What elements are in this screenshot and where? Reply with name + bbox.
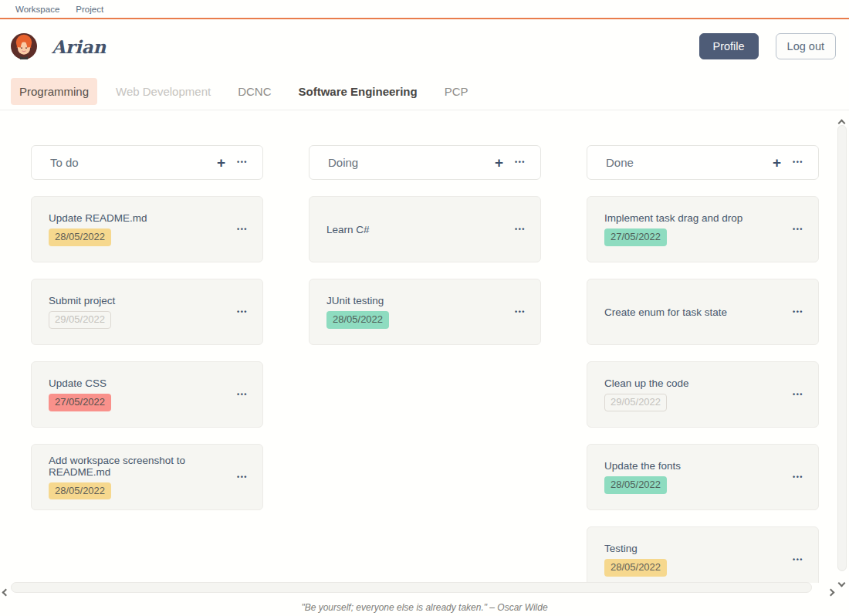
task-body: Add workspace screenshot to README.md 28…	[49, 455, 237, 499]
task-due-date-badge: 28/05/2022	[604, 476, 667, 493]
task-due-date-badge: 28/05/2022	[49, 228, 111, 245]
task-title: Implement task drag and drop	[604, 212, 793, 224]
profile-button[interactable]: Profile	[699, 33, 759, 59]
task-menu-icon[interactable]: •••	[237, 391, 248, 398]
project-tabs: Programming Web Development DCNC Softwar…	[0, 73, 849, 110]
task-title: Learn C#	[326, 224, 515, 235]
task-body: Testing 28/05/2022	[604, 543, 793, 576]
task-due-date-badge: 27/05/2022	[49, 394, 111, 411]
task-menu-icon[interactable]: •••	[793, 474, 803, 481]
scroll-down-arrow-icon[interactable]	[839, 575, 844, 589]
task-menu-icon[interactable]: •••	[237, 474, 248, 481]
column-header: Doing + •••	[309, 145, 541, 180]
menu-item-project[interactable]: Project	[76, 5, 103, 14]
tab-web-development[interactable]: Web Development	[107, 78, 219, 105]
board-column: Done + ••• Implement task drag and drop …	[587, 145, 819, 583]
tab-software-engineering[interactable]: Software Engineering	[290, 78, 426, 105]
task-due-date-badge: 28/05/2022	[49, 482, 111, 499]
column-menu-icon[interactable]: •••	[237, 159, 248, 166]
board: To do + ••• Update README.md 28/05/2022 …	[0, 110, 849, 583]
add-task-icon[interactable]: +	[495, 155, 503, 170]
task-menu-icon[interactable]: •••	[793, 226, 803, 233]
column-menu-icon[interactable]: •••	[515, 159, 526, 166]
add-task-icon[interactable]: +	[217, 155, 225, 170]
task-card[interactable]: JUnit testing 28/05/2022 •••	[309, 279, 541, 345]
task-body: Learn C#	[326, 224, 515, 235]
task-title: JUnit testing	[326, 295, 515, 306]
task-title: Update the fonts	[604, 460, 793, 472]
task-due-date-badge: 28/05/2022	[326, 311, 389, 328]
task-card[interactable]: Implement task drag and drop 27/05/2022 …	[587, 196, 819, 262]
menubar: Workspace Project	[0, 0, 849, 19]
task-menu-icon[interactable]: •••	[515, 309, 526, 316]
task-title: Clean up the code	[604, 377, 793, 389]
footer-quote: "Be yourself; everyone else is already t…	[0, 602, 849, 613]
task-body: Clean up the code 29/05/2022	[604, 377, 793, 411]
task-menu-icon[interactable]: •••	[793, 391, 803, 398]
column-tasks: Update README.md 28/05/2022 ••• Submit p…	[31, 196, 263, 510]
task-body: Update README.md 28/05/2022	[49, 212, 237, 245]
task-body: Create enum for task state	[604, 306, 793, 318]
tab-pcp[interactable]: PCP	[436, 78, 477, 105]
scroll-right-arrow-icon[interactable]	[828, 584, 834, 598]
task-title: Update README.md	[49, 212, 237, 224]
task-menu-icon[interactable]: •••	[793, 309, 803, 316]
column-tasks: Implement task drag and drop 27/05/2022 …	[587, 196, 819, 583]
task-menu-icon[interactable]: •••	[793, 557, 803, 564]
task-card[interactable]: Create enum for task state •••	[587, 279, 819, 345]
task-menu-icon[interactable]: •••	[237, 226, 248, 233]
task-card[interactable]: Clean up the code 29/05/2022 •••	[587, 361, 819, 428]
task-menu-icon[interactable]: •••	[237, 309, 248, 316]
task-card[interactable]: Update CSS 27/05/2022 •••	[31, 361, 263, 428]
task-title: Update CSS	[49, 377, 237, 389]
task-body: Update CSS 27/05/2022	[49, 377, 237, 411]
task-title: Submit project	[49, 295, 237, 306]
logout-button[interactable]: Log out	[776, 33, 836, 59]
add-task-icon[interactable]: +	[773, 155, 781, 170]
horizontal-scrollbar-thumb[interactable]	[11, 582, 812, 593]
column-tasks: Learn C# ••• JUnit testing 28/05/2022 ••…	[309, 196, 541, 345]
column-menu-icon[interactable]: •••	[793, 159, 803, 166]
tab-programming[interactable]: Programming	[11, 78, 97, 105]
task-title: Testing	[604, 543, 793, 554]
task-title: Add workspace screenshot to README.md	[49, 455, 237, 478]
task-body: Submit project 29/05/2022	[49, 295, 237, 328]
scroll-left-arrow-icon[interactable]	[3, 584, 8, 598]
task-body: Implement task drag and drop 27/05/2022	[604, 212, 793, 245]
task-card[interactable]: Add workspace screenshot to README.md 28…	[31, 444, 263, 510]
menu-item-workspace[interactable]: Workspace	[15, 5, 59, 14]
column-header: Done + •••	[587, 145, 819, 180]
vertical-scrollbar-thumb[interactable]	[837, 125, 847, 571]
task-due-date-badge: 29/05/2022	[604, 394, 667, 411]
tab-dcnc[interactable]: DCNC	[229, 78, 279, 105]
task-due-date-badge: 27/05/2022	[604, 228, 667, 245]
column-title: Doing	[328, 156, 495, 169]
task-card[interactable]: Submit project 29/05/2022 •••	[31, 279, 263, 345]
task-card[interactable]: Update the fonts 28/05/2022 •••	[587, 444, 819, 510]
task-card[interactable]: Update README.md 28/05/2022 •••	[31, 196, 263, 262]
task-card[interactable]: Testing 28/05/2022 •••	[587, 526, 819, 583]
column-header: To do + •••	[31, 145, 263, 180]
task-due-date-badge: 28/05/2022	[604, 559, 667, 576]
board-column: Doing + ••• Learn C# ••• JUnit testing 2…	[309, 145, 541, 583]
task-body: Update the fonts 28/05/2022	[604, 460, 793, 493]
task-body: JUnit testing 28/05/2022	[326, 295, 515, 328]
task-title: Create enum for task state	[604, 306, 793, 318]
header-buttons: Profile Log out	[699, 33, 837, 59]
task-menu-icon[interactable]: •••	[515, 226, 526, 233]
board-column: To do + ••• Update README.md 28/05/2022 …	[31, 145, 263, 583]
task-due-date-badge: 29/05/2022	[49, 311, 111, 328]
column-title: To do	[50, 156, 217, 169]
board-columns: To do + ••• Update README.md 28/05/2022 …	[0, 110, 849, 583]
user-avatar	[11, 33, 37, 59]
column-title: Done	[606, 156, 773, 169]
header: Arian Profile Log out	[0, 19, 849, 73]
username: Arian	[52, 36, 106, 57]
task-card[interactable]: Learn C# •••	[309, 196, 541, 262]
